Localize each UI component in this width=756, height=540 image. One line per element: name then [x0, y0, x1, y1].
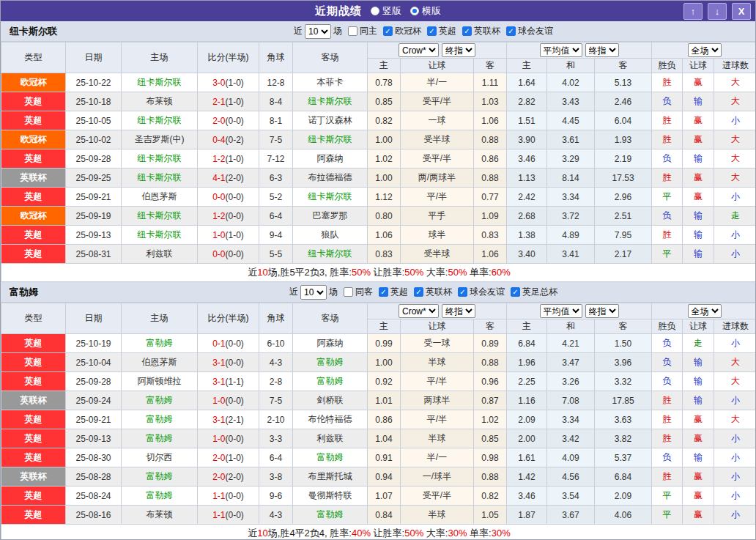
avg-time-select[interactable]: 终指: [585, 43, 619, 57]
recent-count-select[interactable]: 10: [305, 24, 331, 39]
odds-home: 0.84: [368, 506, 401, 525]
close-button[interactable]: X: [732, 3, 751, 20]
odds-away: 0.88: [474, 130, 507, 149]
average-select[interactable]: 平均值: [540, 304, 582, 318]
summary-row: 近10场,胜4平2负4, 胜率:40% 让胜率:50% 大率:30% 单率:30…: [1, 525, 756, 540]
odds-handicap: 平/半: [401, 188, 474, 207]
summary-text: 近10场,胜4平2负4, 胜率:40% 让胜率:50% 大率:30% 单率:30…: [1, 525, 756, 540]
league-checkbox[interactable]: ✓: [427, 26, 437, 36]
result-handicap: 赢: [683, 506, 714, 525]
column-header: 类型: [1, 42, 66, 73]
avg-source-header: 平均值终指: [507, 303, 652, 319]
match-date: 25-10-05: [66, 111, 122, 130]
league-checkbox[interactable]: ✓: [462, 26, 472, 36]
sub-column-header: 让球: [401, 59, 474, 73]
league-checkbox[interactable]: ✓: [383, 26, 393, 36]
same-venue-checkbox[interactable]: [348, 26, 357, 36]
scope-select[interactable]: 全场: [688, 43, 722, 57]
score: 3-1(1-1): [198, 372, 259, 391]
move-up-button[interactable]: ↑: [683, 3, 703, 20]
league-type-badge: 欧冠杯: [1, 207, 66, 226]
league-checkbox[interactable]: ✓: [511, 287, 520, 297]
match-row: 英超25-08-16布莱顿1-1(0-0)4-3富勒姆0.84半球1.051.8…: [1, 506, 756, 525]
league-checkbox-label: 英联杯: [426, 286, 452, 298]
result-goals: 小: [714, 188, 756, 207]
sub-column-header: 客: [595, 59, 652, 73]
avg-home: 3.90: [507, 130, 547, 149]
result-goals: 小: [714, 391, 756, 410]
sub-column-header: 主: [368, 59, 401, 73]
result-handicap: 赢: [683, 188, 714, 207]
result-goals: 大: [714, 372, 756, 391]
avg-draw: 3.54: [547, 487, 595, 506]
avg-away: 5.37: [595, 448, 652, 467]
result-handicap: 赢: [683, 410, 714, 429]
team-name: 富勒姆: [10, 286, 38, 299]
odds-home: 1.02: [368, 149, 401, 169]
match-row: 英超25-09-21富勒姆3-1(2-1)2-10布伦特福德0.86平/半1.0…: [1, 410, 756, 429]
radio-horizontal-icon[interactable]: [410, 7, 419, 15]
odds-home: 0.82: [368, 111, 401, 130]
section-filterbar: 纽卡斯尔联近10场同主✓欧冠杯✓英超✓英联杯✓球会友谊: [1, 21, 755, 42]
odds-home: 1.06: [368, 226, 401, 245]
match-row: 英超25-08-24富勒姆1-1(0-0)9-6曼彻斯特联1.07受平/半0.8…: [1, 487, 756, 506]
league-checkbox-label: 英联杯: [474, 25, 500, 37]
scope-header: 全场: [652, 303, 756, 319]
league-type-badge: 英超: [1, 111, 66, 130]
home-team: 富勒姆: [122, 410, 198, 429]
league-type-badge: 英超: [1, 245, 66, 264]
odds-handicap: 半/一: [401, 448, 474, 467]
odds-handicap: 半球: [401, 506, 474, 525]
match-date: 25-10-22: [66, 73, 122, 92]
away-team: 巴塞罗那: [293, 207, 368, 226]
window-title: 近期战绩: [315, 4, 362, 18]
average-select[interactable]: 平均值: [540, 43, 582, 57]
result-wdl: 平: [652, 188, 683, 207]
odds-away: 1.09: [474, 207, 507, 226]
result-goals: 小: [714, 448, 756, 467]
league-checkbox[interactable]: ✓: [379, 287, 388, 297]
odds-handicap: 受半球: [401, 130, 474, 149]
result-goals: 小: [714, 487, 756, 506]
avg-home: 1.16: [507, 391, 547, 410]
league-checkbox[interactable]: ✓: [506, 26, 516, 36]
same-venue-checkbox[interactable]: [344, 287, 353, 297]
avg-draw: 3.61: [547, 130, 595, 149]
odds-home: 0.92: [368, 372, 401, 391]
sub-column-header: 主: [368, 319, 401, 334]
corner-count: 2-10: [259, 410, 293, 429]
bookmaker-select[interactable]: Crow*: [399, 43, 439, 57]
league-checkbox[interactable]: ✓: [414, 287, 423, 297]
avg-home: 1.61: [507, 448, 547, 467]
corner-count: 5-2: [259, 188, 293, 207]
avg-time-select[interactable]: 终指: [585, 304, 619, 318]
match-row: 英联杯25-08-28富勒姆2-0(2-0)3-8布里斯托城0.94一/球半0.…: [1, 467, 756, 487]
result-handicap: 输: [683, 207, 714, 226]
match-row: 欧冠杯25-10-22纽卡斯尔联3-0(1-0)12-8本菲卡0.78半/一1.…: [1, 73, 756, 92]
move-down-button[interactable]: ↓: [708, 3, 727, 20]
avg-home: 3.46: [507, 487, 547, 506]
corner-count: 6-4: [259, 207, 293, 226]
league-checkbox[interactable]: ✓: [458, 287, 467, 297]
corner-count: 7-12: [259, 149, 293, 169]
match-row: 英超25-10-18布莱顿2-1(1-0)8-4纽卡斯尔联0.85受平/半1.0…: [1, 92, 756, 111]
sub-column-header: 让球: [401, 319, 474, 334]
result-handicap: 输: [683, 92, 714, 111]
league-checkbox-label: 英超: [390, 286, 408, 298]
recent-count-select[interactable]: 10: [300, 285, 327, 300]
corner-count: 5-5: [259, 245, 293, 264]
score: 1-0(0-0): [198, 429, 259, 448]
radio-vertical-icon[interactable]: [371, 7, 379, 15]
odds-time-select[interactable]: 终指: [442, 43, 475, 57]
result-handicap: 输: [683, 149, 714, 169]
radio-horizontal-option[interactable]: 横版: [410, 4, 441, 18]
avg-source-header: 平均值终指: [507, 42, 652, 59]
scope-select[interactable]: 全场: [688, 304, 722, 318]
avg-away: 4.06: [595, 506, 652, 525]
column-header: 客场: [293, 303, 368, 334]
radio-vertical-option[interactable]: 竖版: [371, 4, 401, 18]
league-type-badge: 英超: [1, 506, 66, 525]
odds-time-select[interactable]: 终指: [442, 304, 475, 318]
bookmaker-select[interactable]: Crow*: [399, 304, 439, 318]
score: 2-0(2-0): [198, 467, 259, 487]
